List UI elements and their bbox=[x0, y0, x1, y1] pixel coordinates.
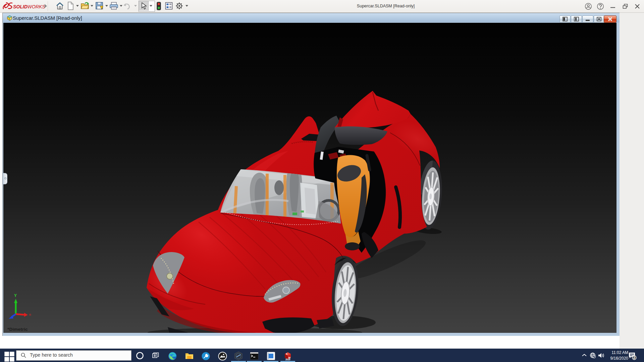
svg-text:SOLIDWORKS: SOLIDWORKS bbox=[13, 4, 45, 9]
svg-text:2: 2 bbox=[633, 356, 635, 360]
svg-text:S: S bbox=[286, 353, 288, 355]
svg-text:Y: Y bbox=[14, 293, 17, 298]
svg-text:2020: 2020 bbox=[285, 358, 290, 361]
